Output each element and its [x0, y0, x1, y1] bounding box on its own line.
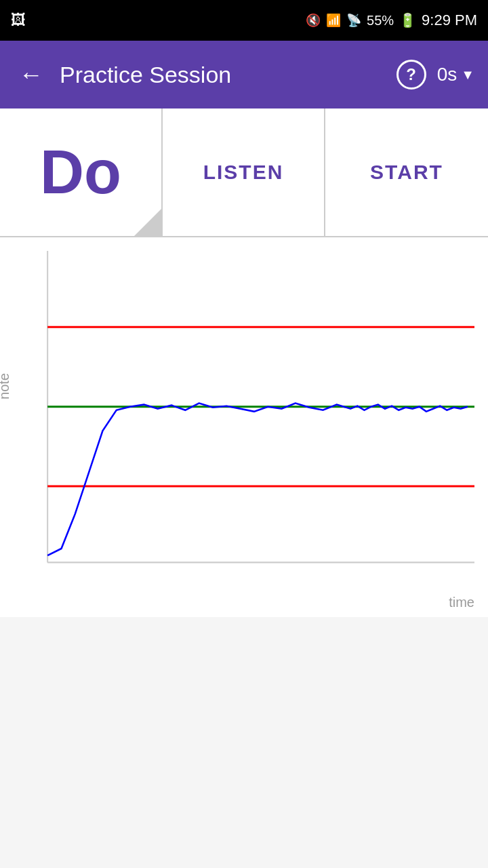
battery-icon: 🔋	[399, 12, 416, 28]
app-bar: ← Practice Session ? 0s ▼	[0, 41, 488, 108]
status-time: 9:29 PM	[422, 12, 477, 29]
wifi-icon: 📶	[326, 13, 341, 28]
chart-y-axis-label: note	[0, 373, 12, 399]
chart-x-axis-label: time	[449, 595, 474, 610]
status-bar-left: 🖼	[11, 12, 26, 29]
page-title: Practice Session	[60, 62, 386, 88]
pitch-chart	[41, 251, 474, 583]
screenshot-icon: 🖼	[11, 12, 26, 29]
battery-percent: 55%	[367, 13, 394, 28]
timer-value: 0s	[437, 64, 458, 85]
note-label: Do	[40, 142, 121, 203]
timer-dropdown[interactable]: 0s ▼	[437, 64, 474, 85]
corner-fold-decoration	[134, 209, 161, 236]
help-button[interactable]: ?	[396, 60, 426, 90]
chevron-down-icon: ▼	[461, 67, 474, 83]
chart-container: note time	[0, 237, 488, 617]
listen-button[interactable]: LISTEN	[163, 108, 325, 236]
action-row: Do LISTEN START	[0, 108, 488, 237]
listen-label: LISTEN	[203, 161, 284, 184]
mute-icon: 🔇	[306, 13, 321, 28]
start-label: START	[370, 161, 443, 184]
back-button[interactable]: ←	[14, 55, 49, 94]
note-display: Do	[0, 108, 163, 236]
status-bar: 🖼 🔇 📶 📡 55% 🔋 9:29 PM	[0, 0, 488, 41]
start-button[interactable]: START	[325, 108, 488, 236]
signal-icon: 📡	[346, 13, 361, 28]
status-bar-right: 🔇 📶 📡 55% 🔋 9:29 PM	[306, 12, 477, 29]
